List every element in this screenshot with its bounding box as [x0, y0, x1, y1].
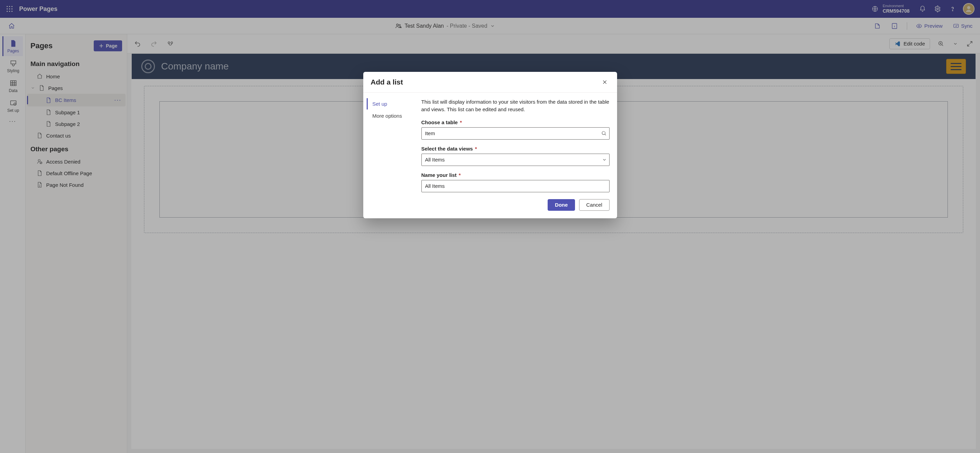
close-icon — [602, 80, 608, 85]
label-choose-table: Choose a table * — [422, 120, 609, 125]
dialog-close-button[interactable] — [600, 77, 609, 87]
cancel-button[interactable]: Cancel — [579, 199, 609, 211]
dialog-nav-more-options[interactable]: More options — [367, 110, 419, 121]
add-list-dialog: Add a list Set up More options This list… — [363, 72, 617, 218]
name-your-list-input[interactable] — [422, 180, 609, 192]
dialog-nav-setup[interactable]: Set up — [367, 98, 419, 110]
dialog-title: Add a list — [371, 78, 403, 86]
done-button[interactable]: Done — [548, 199, 575, 211]
dialog-description: This list will display information to yo… — [422, 98, 609, 113]
choose-table-input[interactable] — [422, 127, 609, 140]
label-name-list: Name your list * — [422, 172, 609, 178]
dialog-nav: Set up More options — [367, 98, 419, 192]
modal-overlay: Add a list Set up More options This list… — [0, 0, 980, 453]
label-select-views: Select the data views * — [422, 146, 609, 152]
select-data-views-dropdown[interactable]: All Items — [422, 154, 609, 166]
